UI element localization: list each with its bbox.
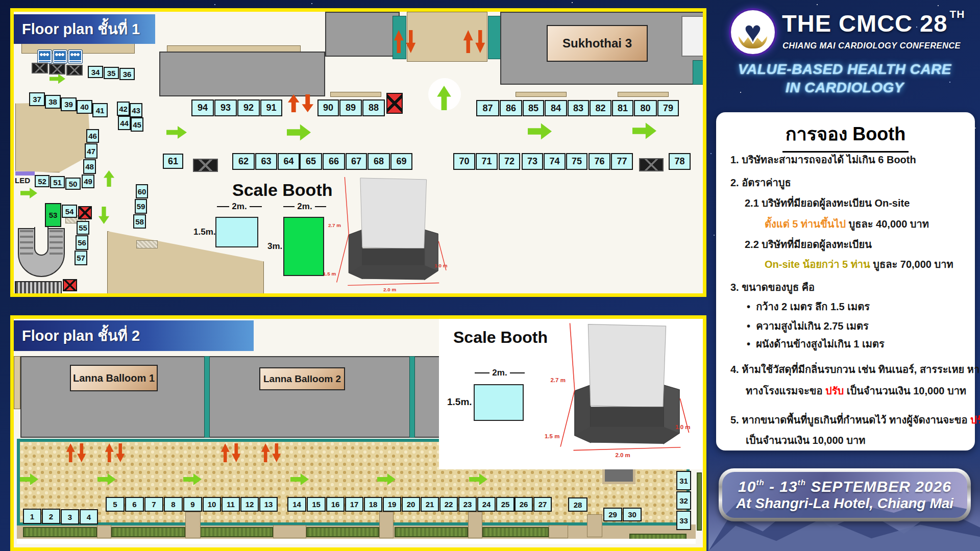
walkway-down-arrow-icon [98,207,110,224]
door-in-out-arrows-icon [261,443,281,462]
conference-theme: VALUE-BASED HEALTH CARE IN CARDIOLOGY [712,60,977,97]
svg-text:1.5 m: 1.5 m [545,434,559,440]
floor-plan-1-panel: Sukhothai 3 LED 343536373839404142434445… [10,8,706,297]
cmcc-heart-logo-icon: ♥ [729,8,777,56]
scale-booth-box: Scale Booth 2m. 1.5m. 2.7 m 1.5 m 1.0 m … [439,319,703,469]
event-venue: At Shangri-La Hotel, Chiang Mai [736,495,953,512]
walkway-up-arrow-icon [103,170,115,187]
walkway-right-arrow-icon [20,187,37,199]
svg-text:1.5 m: 1.5 m [323,271,336,277]
svg-text:2.7 m: 2.7 m [550,377,565,383]
svg-text:1.0 m: 1.0 m [675,424,690,430]
event-dates: 10th - 13th SEPTEMBER 2026 [738,478,951,495]
walkway-right-arrow-icon [528,122,552,140]
walkway-right-arrow-icon [632,122,656,140]
walkway-right-arrow-icon [377,473,396,486]
door-in-out-arrows-icon [394,30,416,53]
starfield [0,0,1,1]
dim-depth-label: 1.5m. [193,227,215,237]
walkway-up-arrow-icon [436,86,452,110]
walkway-right-arrow-icon [166,126,187,139]
svg-text:1.0 m: 1.0 m [434,263,447,268]
booth-3d-diagram: 2.7 m 1.5 m 1.0 m 2.0 m [541,320,694,465]
rule-5-line1: 5. หากขนาดพื้นที่บูธเกินที่กำหนดไว้ ทางผ… [730,412,980,428]
booking-rules-panel: การจอง Booth 1. บริษัทละสามารถจองได้ ไม่… [716,112,975,450]
rule-2-2-price: On-site น้อยกว่า 5 ท่าน บูธละ 70,000 บาท [765,256,953,272]
dim-width-label: 2m. [217,202,262,212]
rule-5-line2: เป็นจำนวนเงิน 10,000 บาท [746,432,865,448]
rule-3-size: กว้าง 2 เมตร ลึก 1.5 เมตร [747,298,870,315]
dim-depth-label: 1.5m. [447,396,472,408]
conference-title: THE CMCC 28TH [782,9,965,37]
rule-3-wall: ผนังด้านข้างสูงไม่เกิน 1 เมตร [747,336,885,352]
rule-3: 3. ขนาดของบูธ คือ [730,279,815,295]
event-date-bar: 10th - 13th SEPTEMBER 2026 At Shangri-La… [719,468,971,521]
scale-booth-title: Scale Booth [232,180,332,200]
walkway-right-arrow-icon [50,73,65,84]
svg-text:2.7 m: 2.7 m [328,222,341,228]
door-in-out-arrows-icon [220,443,241,462]
walkway-right-arrow-icon [469,473,487,486]
floor2-banner: Floor plan ชั้นที่ 2 [14,320,254,351]
door-in-out-arrows-icon [105,443,125,462]
rule-3-height: ความสูงไม่เกิน 2.75 เมตร [747,318,869,334]
walkway-right-arrow-icon [290,473,309,486]
rule-2-2: 2.2 บริษัทที่มียอดผู้ลงทะเบียน [745,236,872,253]
conference-subtitle: CHIANG MAI CARDIOLOGY CONFERENCE [782,41,961,51]
dim-width-label: 2m. [475,368,525,378]
scale-booth-title: Scale Booth [453,328,548,347]
door-in-out-arrows-icon [66,443,86,462]
scale-rect-small [474,384,524,421]
walkway-right-arrow-icon [183,473,202,486]
door-in-out-arrows-icon [287,94,314,112]
walkway-right-arrow-icon [20,473,38,486]
dim-height-label: 3m. [267,241,282,252]
rule-4-line2: ทางโรงแรมจะขอ ปรับ เป็นจำนวนเงิน 10,000 … [746,383,966,399]
door-in-out-arrows-icon [463,30,485,53]
walkway-right-arrow-icon [287,123,311,141]
booking-title: การจอง Booth [716,119,975,153]
scale-rect-small [215,217,258,247]
scale-rect-large [283,217,324,276]
rule-2: 2. อัตราค่าบูธ [730,174,791,191]
rule-4-line1: 4. ห้ามใช้วัสดุที่มีกลิ่นรบกวน เช่น ทินเ… [730,361,980,378]
floor-plan-2-panel: Lanna Balloom 1 Lanna Balloom 2 12345678… [10,315,706,551]
rule-2-1: 2.1 บริษัทที่มียอดผู้ลงทะเบียน On-site [745,195,910,211]
svg-text:2.0 m: 2.0 m [383,287,396,292]
floor1-banner: Floor plan ชั้นที่ 1 [14,14,155,44]
booth-3d-diagram: 2.7 m 1.5 m 1.0 m 2.0 m [320,176,451,293]
svg-text:2.0 m: 2.0 m [615,452,630,458]
rule-2-1-price: ตั้งแต่ 5 ท่านขึ้นไป บูธละ 40,000 บาท [765,216,929,232]
rule-1: 1. บริษัทละสามารถจองได้ ไม่เกิน 6 Booth [730,152,916,168]
walkway-right-arrow-icon [97,473,116,486]
